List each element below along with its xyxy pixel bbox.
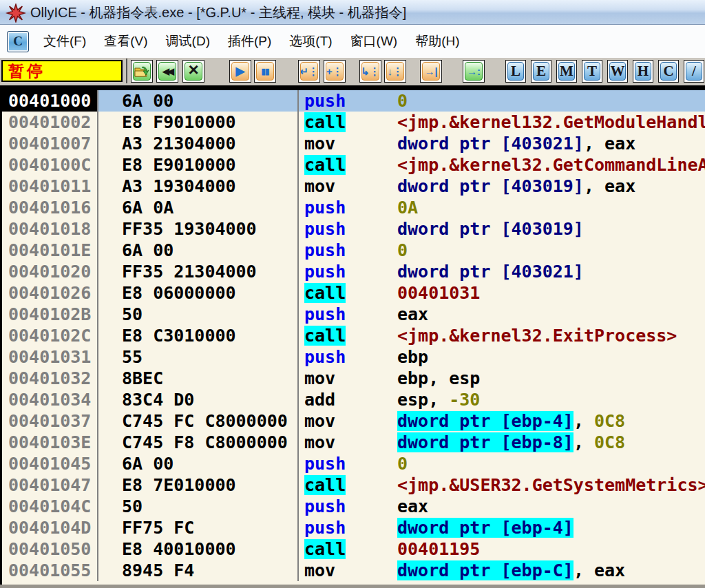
menu-item-4[interactable]: 选项(T): [280, 28, 341, 54]
close-button[interactable]: ×: [182, 60, 204, 83]
disasm-row[interactable]: 00401047E8 7E010000call<jmp.&USER32.GetS…: [2, 474, 705, 496]
address-cell: 00401050: [2, 538, 97, 560]
disasm-row[interactable]: 0040103EC745 F8 C8000000movdword ptr [eb…: [2, 432, 705, 453]
disasm-row[interactable]: 004010006A 00push0: [2, 90, 705, 112]
disassembly-cell: call<jmp.&kernel132.GetModuleHandleA>: [299, 112, 705, 133]
windows-window-button[interactable]: W: [607, 60, 628, 83]
open-button[interactable]: [131, 60, 153, 83]
mnemonic: push: [304, 453, 397, 474]
disassembly-cell: pusheax: [299, 496, 705, 517]
ollyice-window: OllyICE - 机器指令表.exe - [*G.P.U* - 主线程, 模块…: [0, 0, 705, 588]
disasm-row[interactable]: 0040103483C4 D0addesp, -30: [2, 389, 705, 410]
menu-item-1[interactable]: 查看(V): [95, 28, 156, 54]
disasm-row[interactable]: 00401011A3 19304000movdword ptr [403019]…: [2, 176, 705, 197]
execute-till-return-icon: →|: [422, 62, 440, 81]
handles-window-button[interactable]: H: [633, 60, 653, 83]
address-cell: 0040104D: [2, 517, 97, 538]
letter-w-icon: W: [609, 62, 626, 81]
memory-window-button[interactable]: M: [556, 60, 577, 83]
title-bar: OllyICE - 机器指令表.exe - [*G.P.U* - 主线程, 模块…: [0, 0, 705, 25]
disasm-row[interactable]: 0040100CE8 E9010000call<jmp.&kernel32.Ge…: [2, 154, 705, 176]
mnemonic: mov: [304, 133, 397, 154]
hexbytes-cell: 6A 00: [98, 90, 297, 112]
disasm-row[interactable]: 0040102B50pusheax: [2, 304, 705, 325]
menu-item-6[interactable]: 帮助(H): [406, 28, 468, 54]
goto-button[interactable]: →:: [463, 60, 485, 83]
disasm-rows: 004010006A 00push000401002E8 F9010000cal…: [2, 90, 705, 581]
threads-window-button[interactable]: T: [582, 60, 602, 83]
operands: 00401031: [397, 283, 480, 303]
toolbar: 暂停 ◀◀×▶▮▮↵⋮+⋮↳⋮↓⋮→|→:LEMTWHC/: [0, 58, 705, 85]
operands: dword ptr [403021]: [397, 262, 584, 282]
log-window-button[interactable]: L: [505, 60, 526, 83]
address-cell: 00401011: [2, 176, 97, 197]
mnemonic: push: [304, 240, 397, 261]
run-button[interactable]: ▶: [229, 60, 251, 83]
hexbytes-cell: A3 21304000: [98, 133, 297, 154]
toolbar-separator: [126, 59, 127, 83]
mnemonic: call: [304, 112, 397, 133]
address-cell: 00401047: [2, 474, 97, 496]
menu-item-2[interactable]: 调试(D): [157, 28, 219, 54]
operands: <jmp.&kernel32.ExitProcess>: [397, 326, 677, 346]
step-over-button[interactable]: +⋮: [324, 60, 346, 83]
disasm-row[interactable]: 0040102CE8 C3010000call<jmp.&kernel32.Ex…: [2, 325, 705, 346]
animate-into-icon: ↳⋮: [361, 62, 379, 81]
pane-bottom-edge: [0, 585, 705, 588]
address-cell: 00401002: [2, 112, 97, 133]
hexbytes-cell: 6A 0A: [98, 197, 297, 218]
disasm-row[interactable]: 00401037C745 FC C8000000movdword ptr [eb…: [2, 410, 705, 432]
menu-item-5[interactable]: 窗口(W): [341, 28, 407, 54]
operands: dword ptr [ebp-C], eax: [397, 560, 625, 580]
disassembly-cell: pushdword ptr [ebp-4]: [299, 517, 705, 538]
disassembly-cell: call00401031: [299, 282, 705, 304]
operands: dword ptr [ebp-4], 0C8: [397, 411, 625, 431]
disasm-row[interactable]: 00401020FF35 21304000pushdword ptr [4030…: [2, 261, 705, 282]
menu-item-3[interactable]: 插件(P): [219, 28, 280, 54]
mnemonic: call: [304, 325, 397, 346]
execute-till-return-button[interactable]: →|: [420, 60, 442, 83]
cpu-child-window-icon[interactable]: C: [7, 31, 29, 52]
address-cell: 00401032: [2, 368, 97, 389]
disasm-row[interactable]: 00401050E8 40010000call00401195: [2, 538, 705, 560]
goto-icon: →:: [465, 62, 483, 81]
disasm-row[interactable]: 004010328BECmovebp, esp: [2, 368, 705, 389]
mnemonic: call: [304, 154, 397, 176]
hexbytes-cell: 6A 00: [98, 453, 297, 474]
disasm-row[interactable]: 0040104DFF75 FCpushdword ptr [ebp-4]: [2, 517, 705, 538]
letter-c-icon: C: [660, 62, 677, 81]
disasm-row[interactable]: 00401026E8 06000000call00401031: [2, 282, 705, 304]
cpu-window-button[interactable]: C: [658, 60, 679, 83]
mnemonic: call: [304, 538, 397, 560]
letter-slash-icon: /: [686, 62, 702, 81]
address-cell: 00401055: [2, 560, 97, 581]
mnemonic: mov: [304, 560, 397, 581]
disasm-row[interactable]: 00401002E8 F9010000call<jmp.&kernel132.G…: [2, 112, 705, 133]
menu-item-0[interactable]: 文件(F): [34, 28, 95, 54]
disasm-row[interactable]: 00401018FF35 19304000pushdword ptr [4030…: [2, 218, 705, 240]
operands: 0: [397, 454, 408, 474]
animate-over-button[interactable]: ↓⋮: [384, 60, 406, 83]
letter-m-icon: M: [558, 62, 575, 81]
step-into-button[interactable]: ↵⋮: [298, 60, 320, 83]
disasm-row[interactable]: 004010558945 F4movdword ptr [ebp-C], eax: [2, 560, 705, 581]
disasm-row[interactable]: 00401007A3 21304000movdword ptr [403021]…: [2, 133, 705, 154]
disasm-row[interactable]: 004010166A 0Apush0A: [2, 197, 705, 218]
status-indicator: 暂停: [1, 60, 123, 82]
disasm-row[interactable]: 0040104C50pusheax: [2, 496, 705, 517]
disasm-row[interactable]: 0040103155pushebp: [2, 346, 705, 368]
patches-window-button[interactable]: /: [684, 60, 704, 83]
address-cell: 0040102B: [2, 304, 97, 325]
restart-button[interactable]: ◀◀: [156, 60, 178, 83]
address-cell: 00401016: [2, 197, 97, 218]
executables-window-button[interactable]: E: [531, 60, 551, 83]
disassembly-cell: call<jmp.&USER32.GetSystemMetrics>: [299, 474, 705, 496]
address-cell: 0040104C: [2, 496, 97, 517]
ollydbg-splat-icon: [6, 3, 26, 23]
disasm-row[interactable]: 004010456A 00push0: [2, 453, 705, 474]
disasm-row[interactable]: 0040101E6A 00push0: [2, 240, 705, 261]
hexbytes-cell: FF35 19304000: [98, 218, 297, 240]
pause-button[interactable]: ▮▮: [254, 60, 276, 83]
animate-over-icon: ↓⋮: [386, 62, 404, 81]
animate-into-button[interactable]: ↳⋮: [359, 60, 381, 83]
